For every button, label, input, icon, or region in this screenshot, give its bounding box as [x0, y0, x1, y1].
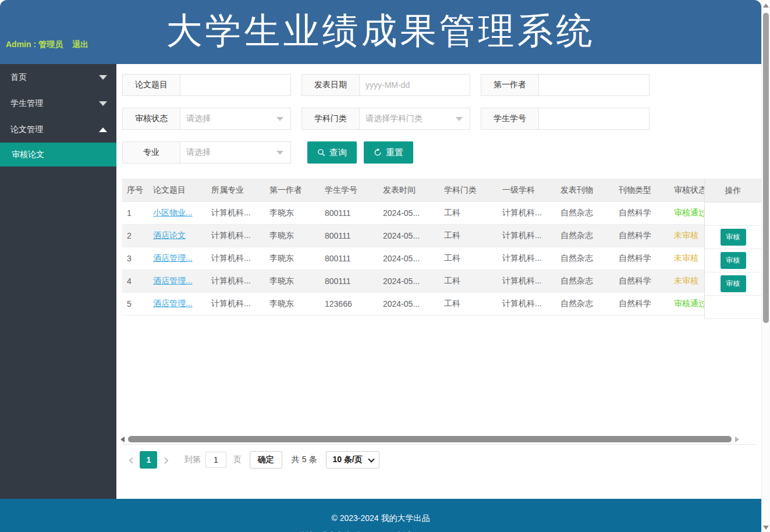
status-badge: 未审核	[674, 230, 698, 240]
chevron-down-icon	[99, 75, 107, 80]
goto-page-input[interactable]	[205, 452, 226, 468]
cell-author: 李晓东	[265, 247, 320, 270]
first-author-input[interactable]	[539, 75, 649, 95]
cell-student-id: 800111	[320, 225, 378, 247]
major-label: 专业	[123, 142, 180, 163]
scroll-right-arrow-icon[interactable]	[735, 437, 739, 442]
review-button[interactable]: 审核	[721, 252, 746, 269]
query-button[interactable]: 查询	[307, 141, 357, 164]
field-subject-category: 学科门类 请选择学科门类	[301, 108, 470, 130]
cell-student-id: 123666	[320, 293, 378, 315]
cell-seq: 3	[122, 247, 148, 270]
current-page-button[interactable]: 1	[140, 451, 157, 469]
cell-category: 工科	[439, 202, 498, 225]
chevron-up-icon	[99, 127, 107, 132]
table-row: 3 酒店管理... 计算机科... 李晓东 800111 2024-05... …	[122, 247, 704, 270]
sidebar-item-label: 审核论文	[12, 150, 44, 160]
goto-page-suffix: 页	[233, 455, 242, 465]
review-status-label: 审核状态	[123, 108, 180, 129]
cell-seq: 5	[122, 293, 148, 315]
operation-cell: 审核	[705, 249, 761, 272]
filter-row-2: 审核状态 请选择 学科门类 请选择学科门类 学生学号	[122, 108, 755, 130]
paper-title-link[interactable]: 酒店管理...	[153, 253, 193, 263]
cell-student-id: 800111	[320, 270, 378, 293]
status-badge: 未审核	[674, 253, 698, 263]
cell-major: 计算机科...	[207, 293, 265, 315]
sidebar-item-paper-management[interactable]: 论文管理	[0, 116, 116, 143]
horizontal-scrollbar-thumb[interactable]	[128, 436, 732, 442]
cell-publish-time: 2024-05...	[378, 270, 439, 293]
subject-category-select[interactable]: 请选择学科门类	[360, 108, 470, 129]
reset-button[interactable]: 重置	[364, 141, 413, 164]
review-status-select[interactable]: 请选择	[180, 108, 290, 129]
paper-title-link[interactable]: 酒店管理...	[153, 276, 193, 285]
horizontal-scrollbar[interactable]	[120, 435, 739, 443]
sidebar-item-home[interactable]: 首页	[0, 64, 116, 90]
cell-journal-type: 自然科学	[614, 202, 669, 225]
logout-link[interactable]: 退出	[72, 40, 88, 50]
cell-journal-type: 自然科学	[614, 293, 669, 315]
cell-status: 审核通过	[669, 202, 704, 225]
vertical-scrollbar[interactable]	[761, 0, 770, 532]
field-publish-date: 发表日期	[301, 74, 470, 96]
prev-page-button[interactable]: ‹	[122, 452, 140, 467]
vertical-scrollbar-thumb[interactable]	[763, 13, 769, 323]
col-publish-time: 发表时间	[378, 179, 439, 202]
site-footer: © 2023-2024 我的大学出品 地址：北京市 邮编：123456 电话：0…	[0, 499, 761, 532]
layout: 首页 学生管理 论文管理 审核论文 论文题目	[0, 64, 761, 499]
scroll-left-arrow-icon[interactable]	[120, 437, 125, 442]
cell-journal: 自然杂志	[556, 293, 614, 315]
field-first-author: 第一作者	[481, 74, 650, 96]
cell-status: 未审核	[669, 247, 704, 270]
paper-title-input[interactable]	[180, 75, 290, 95]
scroll-up-arrow-icon[interactable]	[763, 3, 769, 8]
cell-author: 李晓东	[265, 293, 320, 315]
cell-publish-time: 2024-05...	[378, 247, 439, 270]
operation-cell: 审核	[705, 226, 761, 249]
col-review-status: 审核状态	[669, 179, 704, 202]
cell-seq: 2	[122, 225, 148, 247]
sidebar-item-student-management[interactable]: 学生管理	[0, 90, 116, 116]
cell-category: 工科	[439, 247, 498, 270]
sidebar-item-label: 论文管理	[10, 125, 43, 135]
paper-title-link[interactable]: 酒店论文	[153, 230, 186, 240]
paper-title-link[interactable]: 小区物业...	[153, 208, 193, 217]
status-badge: 未审核	[674, 276, 698, 285]
chevron-down-icon	[456, 117, 463, 121]
next-page-button[interactable]: ›	[157, 452, 175, 467]
cell-publish-time: 2024-05...	[378, 293, 439, 315]
cell-discipline: 计算机科...	[498, 247, 556, 270]
col-student-id: 学生学号	[320, 179, 378, 202]
cell-status: 审核通过	[669, 293, 704, 315]
review-button[interactable]: 审核	[721, 275, 746, 292]
student-id-input[interactable]	[539, 108, 649, 129]
cell-author: 李晓东	[265, 225, 320, 247]
table-row: 1 小区物业... 计算机科... 李晓东 800111 2024-05... …	[122, 202, 704, 225]
sidebar-item-review-papers[interactable]: 审核论文	[0, 143, 116, 166]
scroll-down-arrow-icon[interactable]	[763, 526, 769, 530]
page: Admin : 管理员 退出 大学生业绩成果管理系统 首页 学生管理 论文管理 …	[0, 0, 761, 532]
student-id-label: 学生学号	[481, 108, 539, 129]
review-button[interactable]: 审核	[721, 229, 746, 246]
cell-discipline: 计算机科...	[498, 293, 556, 315]
site-title: 大学生业绩成果管理系统	[0, 0, 761, 62]
total-count-label: 共 5 条	[292, 455, 317, 465]
cell-journal: 自然杂志	[556, 202, 614, 225]
top-header: Admin : 管理员 退出 大学生业绩成果管理系统	[0, 0, 761, 64]
cell-publish-time: 2024-05...	[378, 202, 439, 225]
goto-page-label: 到第	[184, 455, 201, 465]
col-journal-type: 刊物类型	[614, 179, 669, 202]
publish-date-input[interactable]	[360, 75, 470, 95]
cell-status: 未审核	[669, 225, 704, 247]
major-select[interactable]: 请选择	[180, 142, 290, 163]
field-review-status: 审核状态 请选择	[122, 108, 291, 130]
cell-major: 计算机科...	[207, 270, 265, 293]
confirm-page-button[interactable]: 确定	[250, 451, 282, 469]
page-size-select[interactable]: 10 条/页	[326, 451, 379, 469]
cell-major: 计算机科...	[207, 202, 265, 225]
chevron-down-icon	[276, 117, 283, 121]
col-paper-title: 论文题目	[148, 179, 207, 202]
admin-label: Admin : 管理员	[6, 40, 63, 50]
paper-title-link[interactable]: 酒店管理...	[153, 299, 193, 308]
sidebar-item-label: 首页	[10, 72, 27, 83]
